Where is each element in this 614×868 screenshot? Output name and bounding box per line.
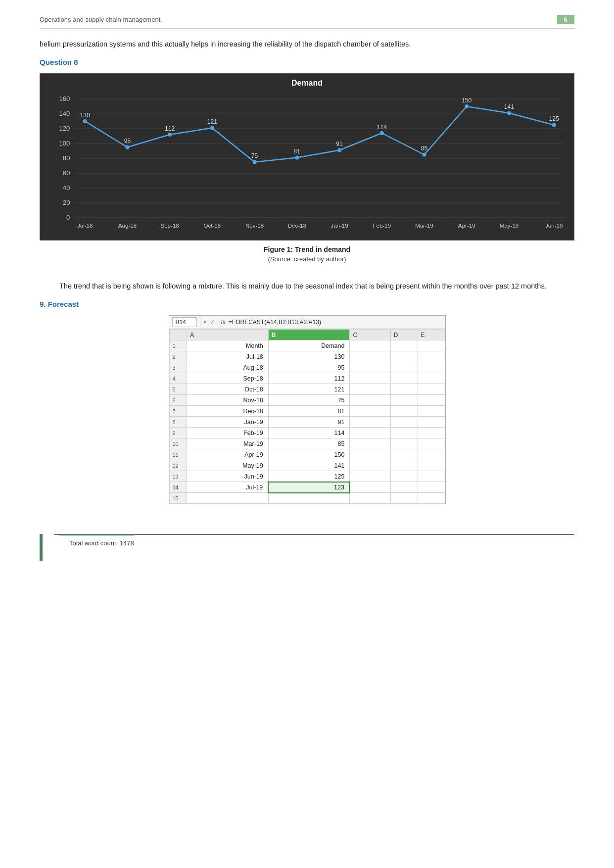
cell-d[interactable] [390, 373, 418, 384]
cell-c[interactable] [350, 428, 390, 438]
cell-demand[interactable]: Demand [268, 340, 350, 351]
svg-point-35 [253, 160, 257, 164]
cell-c[interactable] [350, 362, 390, 373]
cell-demand[interactable]: 150 [268, 449, 350, 460]
cell-demand[interactable]: 121 [268, 384, 350, 395]
cell-month[interactable]: Month [187, 340, 269, 351]
cell-ref[interactable]: B14 [172, 317, 197, 327]
cell-month[interactable]: Oct-18 [187, 384, 269, 395]
cell-e[interactable] [418, 493, 445, 504]
svg-text:100: 100 [59, 140, 70, 147]
cell-month[interactable]: Nov-18 [187, 395, 269, 406]
cell-c[interactable] [350, 340, 390, 351]
cell-demand[interactable]: 114 [268, 428, 350, 438]
cell-month[interactable]: Aug-18 [187, 362, 269, 373]
cell-c[interactable] [350, 384, 390, 395]
cell-d[interactable] [390, 471, 418, 482]
svg-text:Feb-19: Feb-19 [373, 223, 391, 229]
cell-demand[interactable]: 75 [268, 395, 350, 406]
cell-month[interactable]: Dec-18 [187, 406, 269, 417]
cell-e[interactable] [418, 449, 445, 460]
chart-area: 0 20 40 60 80 100 120 140 160 Jul-18 Aug… [45, 92, 569, 230]
chart-title: Demand [45, 79, 569, 88]
svg-point-41 [507, 111, 511, 115]
cell-c[interactable] [350, 449, 390, 460]
svg-point-42 [552, 123, 556, 127]
cell-d[interactable] [390, 351, 418, 362]
cell-d[interactable] [390, 406, 418, 417]
svg-text:Aug-18: Aug-18 [118, 223, 137, 229]
cell-e[interactable] [418, 428, 445, 438]
cell-demand[interactable]: 123 [268, 482, 350, 493]
col-a-header: A [187, 330, 269, 340]
cell-demand[interactable]: 130 [268, 351, 350, 362]
cell-e[interactable] [418, 471, 445, 482]
cell-e[interactable] [418, 406, 445, 417]
cell-month[interactable] [187, 493, 269, 504]
svg-text:Mar-19: Mar-19 [415, 223, 433, 229]
cell-month[interactable]: Jun-19 [187, 471, 269, 482]
cell-d[interactable] [390, 482, 418, 493]
cell-e[interactable] [418, 417, 445, 428]
cell-month[interactable]: Jan-19 [187, 417, 269, 428]
cell-c[interactable] [350, 406, 390, 417]
cell-month[interactable]: Mar-19 [187, 438, 269, 449]
cell-d[interactable] [390, 449, 418, 460]
cell-c[interactable] [350, 395, 390, 406]
svg-text:141: 141 [504, 103, 514, 110]
row-number: 13 [169, 471, 187, 482]
row-number: 4 [169, 373, 187, 384]
cell-c[interactable] [350, 417, 390, 428]
cell-c[interactable] [350, 351, 390, 362]
cell-demand[interactable]: 112 [268, 373, 350, 384]
cell-d[interactable] [390, 460, 418, 471]
cell-demand[interactable]: 85 [268, 438, 350, 449]
formula-content: =FORECAST(A14,B2:B13,A2:A13) [229, 319, 321, 326]
svg-point-34 [210, 126, 214, 130]
cell-demand[interactable]: 81 [268, 406, 350, 417]
cell-e[interactable] [418, 438, 445, 449]
cell-demand[interactable]: 91 [268, 417, 350, 428]
cell-e[interactable] [418, 460, 445, 471]
cell-d[interactable] [390, 340, 418, 351]
cell-e[interactable] [418, 340, 445, 351]
times-icon[interactable]: × [203, 319, 207, 326]
table-row: 4Sep-18112 [169, 373, 445, 384]
svg-point-31 [83, 119, 87, 123]
cell-e[interactable] [418, 351, 445, 362]
cell-d[interactable] [390, 428, 418, 438]
cell-demand[interactable]: 95 [268, 362, 350, 373]
cell-c[interactable] [350, 438, 390, 449]
cell-d[interactable] [390, 438, 418, 449]
cell-e[interactable] [418, 373, 445, 384]
svg-text:150: 150 [462, 97, 472, 104]
cell-month[interactable]: Apr-19 [187, 449, 269, 460]
cell-c[interactable] [350, 471, 390, 482]
cell-month[interactable]: Sep-18 [187, 373, 269, 384]
cell-demand[interactable]: 141 [268, 460, 350, 471]
footer-area: Total word count: 1478 [40, 534, 574, 547]
corner-cell [169, 330, 187, 340]
page-container: Operations and supply chain management 6… [0, 0, 614, 567]
cell-e[interactable] [418, 362, 445, 373]
cell-c[interactable] [350, 460, 390, 471]
cell-month[interactable]: Jul-19 [187, 482, 269, 493]
cell-c[interactable] [350, 373, 390, 384]
cell-d[interactable] [390, 384, 418, 395]
cell-c[interactable] [350, 493, 390, 504]
cell-demand[interactable] [268, 493, 350, 504]
cell-month[interactable]: Jul-18 [187, 351, 269, 362]
cell-month[interactable]: Feb-19 [187, 428, 269, 438]
cell-d[interactable] [390, 417, 418, 428]
cell-d[interactable] [390, 362, 418, 373]
cell-c[interactable] [350, 482, 390, 493]
formula-divider [200, 318, 200, 327]
cell-month[interactable]: May-19 [187, 460, 269, 471]
check-icon[interactable]: ✓ [210, 319, 215, 326]
cell-d[interactable] [390, 395, 418, 406]
cell-demand[interactable]: 125 [268, 471, 350, 482]
cell-d[interactable] [390, 493, 418, 504]
cell-e[interactable] [418, 384, 445, 395]
cell-e[interactable] [418, 395, 445, 406]
cell-e[interactable] [418, 482, 445, 493]
